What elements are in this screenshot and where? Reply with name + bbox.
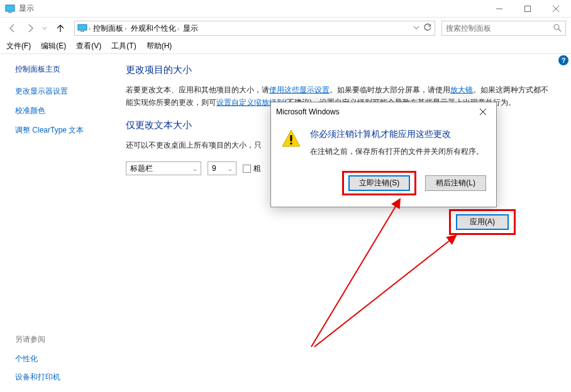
menu-view[interactable]: 查看(V): [74, 40, 104, 53]
chevron-right-icon: ›: [177, 25, 179, 32]
svg-line-17: [314, 236, 456, 347]
svg-rect-6: [78, 24, 87, 30]
breadcrumb-label: 控制面板: [93, 23, 123, 34]
monitor-icon: [77, 23, 87, 33]
see-also-personalization[interactable]: 个性化: [15, 354, 60, 364]
nav-bar: › 控制面板› 外观和个性化› 显示: [0, 18, 571, 39]
bold-checkbox[interactable]: [243, 165, 251, 173]
svg-line-16: [311, 199, 400, 347]
link-magnifier[interactable]: 放大镜: [450, 85, 473, 94]
chevron-down-icon: ⌵: [228, 165, 232, 172]
forward-button[interactable]: [23, 21, 38, 36]
chevron-right-icon: ›: [89, 25, 91, 32]
window-titlebar: 显示: [0, 0, 571, 18]
menu-bar: 文件(F) 编辑(E) 查看(V) 工具(T) 帮助(H): [0, 39, 571, 54]
menu-help[interactable]: 帮助(H): [144, 40, 175, 53]
close-button[interactable]: [541, 0, 570, 18]
see-also-title: 另请参阅: [15, 334, 60, 345]
svg-rect-13: [291, 135, 292, 141]
refresh-icon[interactable]: [423, 23, 432, 34]
sidebar-link-display-settings[interactable]: 更改显示器设置: [15, 86, 126, 97]
fontsize-dropdown[interactable]: 9 ⌵: [208, 161, 236, 175]
chevron-right-icon: ›: [125, 25, 126, 32]
up-button[interactable]: [53, 21, 68, 36]
window-title: 显示: [19, 3, 485, 14]
back-button[interactable]: [5, 21, 20, 36]
link-display-settings[interactable]: 使用这些显示设置: [269, 85, 330, 94]
search-input[interactable]: [446, 24, 553, 33]
svg-rect-1: [8, 12, 12, 13]
svg-point-8: [554, 24, 559, 30]
dropdown-value: 标题栏: [130, 163, 153, 174]
heading-change-size: 更改项目的大小: [126, 64, 552, 76]
sidebar-home-link[interactable]: 控制面板主页: [15, 64, 126, 75]
dialog-title: Microsoft Windows: [276, 107, 340, 116]
svg-rect-3: [524, 6, 530, 11]
apply-button[interactable]: 应用(A): [456, 214, 509, 230]
breadcrumb-item[interactable]: 控制面板›: [92, 23, 128, 34]
logoff-now-button[interactable]: 立即注销(S): [348, 175, 410, 191]
text: 。如果要临时放大部分屏幕，请使用: [330, 85, 450, 94]
annotation-box: 应用(A): [449, 209, 516, 235]
menu-tools[interactable]: 工具(T): [109, 40, 138, 53]
see-also-devices[interactable]: 设备和打印机: [15, 372, 60, 383]
menu-file[interactable]: 文件(F): [4, 40, 33, 53]
warning-icon: [281, 129, 301, 149]
logoff-later-button[interactable]: 稍后注销(L): [425, 175, 486, 191]
search-box[interactable]: [441, 21, 566, 36]
bold-label: 粗: [253, 163, 261, 174]
svg-rect-14: [291, 143, 292, 144]
svg-line-9: [558, 29, 561, 31]
sidebar-link-calibrate-color[interactable]: 校准颜色: [15, 106, 126, 116]
history-dropdown[interactable]: [40, 21, 49, 36]
address-dropdown-icon[interactable]: [413, 24, 419, 33]
dialog-close-button[interactable]: [475, 105, 491, 119]
dialog-titlebar: Microsoft Windows: [271, 102, 496, 121]
chevron-down-icon: ⌵: [193, 165, 197, 172]
breadcrumb-item[interactable]: 显示: [182, 23, 199, 34]
dialog-heading: 你必须注销计算机才能应用这些更改: [310, 129, 484, 140]
svg-rect-7: [80, 31, 84, 32]
dialog-text: 在注销之前，保存所有打开的文件并关闭所有程序。: [310, 146, 484, 157]
bold-checkbox-wrap: 粗: [243, 163, 261, 174]
confirm-dialog: Microsoft Windows 你必须注销计算机才能应用这些更改 在注销之前…: [270, 102, 497, 207]
breadcrumb-label: 外观和个性化: [131, 23, 176, 34]
sidebar-link-cleartype[interactable]: 调整 ClearType 文本: [15, 125, 126, 136]
annotation-box: 立即注销(S): [342, 171, 416, 195]
sidebar: 控制面板主页 更改显示器设置 校准颜色 调整 ClearType 文本: [0, 64, 126, 175]
see-also: 另请参阅 个性化 设备和打印机: [15, 334, 60, 390]
menu-edit[interactable]: 编辑(E): [38, 40, 69, 53]
svg-rect-0: [6, 5, 14, 11]
minimize-button[interactable]: [485, 0, 513, 18]
text: 若要更改文本、应用和其他项目的大小，请: [126, 85, 269, 94]
element-dropdown[interactable]: 标题栏 ⌵: [126, 161, 201, 175]
search-icon[interactable]: [553, 23, 562, 34]
maximize-button[interactable]: [513, 0, 541, 18]
breadcrumb-item[interactable]: 外观和个性化›: [130, 23, 180, 34]
dropdown-value: 9: [212, 164, 216, 173]
address-bar[interactable]: › 控制面板› 外观和个性化› 显示: [74, 21, 435, 36]
app-icon: [5, 4, 15, 14]
breadcrumb-label: 显示: [183, 23, 198, 34]
